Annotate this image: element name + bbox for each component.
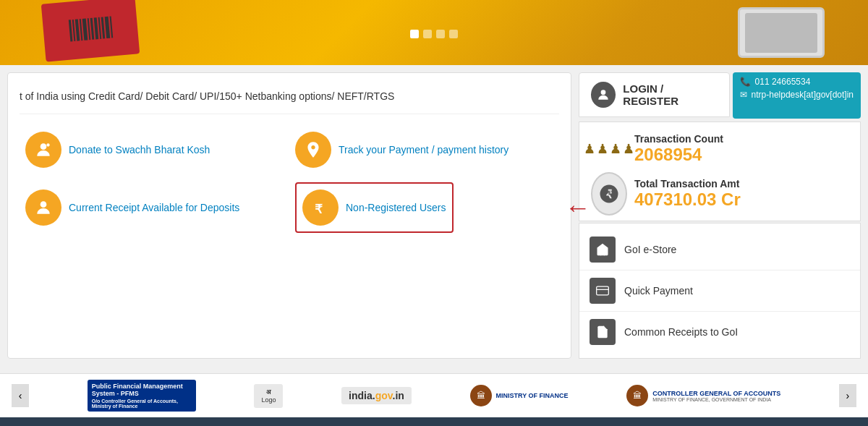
banner (0, 0, 868, 65)
login-left: LOGIN / REGISTER (591, 82, 718, 108)
pfms-logo: Public Financial Management System - PFM… (88, 380, 196, 412)
person-icon-2: ♟ (597, 141, 608, 157)
transaction-icon: ♟ ♟ ♟ ♟ (591, 131, 627, 167)
right-panel: LOGIN / REGISTER 📞 011 24665534 ✉ ntrp-h… (579, 72, 861, 359)
banner-ticket (43, 0, 145, 65)
quick-payment-link[interactable]: Quick Payment (579, 270, 860, 312)
donate-icon (25, 132, 61, 168)
person-icon-1: ♟ (584, 141, 595, 157)
cga-label: CONTROLLER GENERAL OF ACCOUNTS (652, 390, 780, 397)
red-arrow: ← (565, 192, 591, 223)
rupee-circle (591, 172, 627, 216)
svg-point-0 (41, 143, 47, 150)
login-row: LOGIN / REGISTER 📞 011 24665534 ✉ ntrp-h… (579, 72, 861, 119)
goi-estore-link[interactable]: GoI e-Store (579, 229, 860, 270)
svg-rect-5 (597, 286, 609, 295)
donate-label[interactable]: Donate to Swachh Bharat Kosh (69, 144, 210, 156)
track-icon (295, 132, 331, 168)
total-amt-row: Total Transaction Amt 407310.03 Cr (591, 176, 848, 212)
bottom-footer: Home About Us Contact Us Privacy Policy … (0, 417, 868, 426)
transaction-count-value: 2068954 (634, 145, 848, 165)
marquee-text: t of India using Credit Card/ Debit Card… (20, 85, 559, 114)
banner-computer (738, 7, 825, 58)
email-address: ntrp-helpdesk[at]gov[dot]in (752, 90, 854, 100)
rupee-icon-circle (591, 176, 627, 212)
next-arrow[interactable]: › (839, 384, 856, 407)
carousel-dot-4[interactable] (449, 30, 458, 38)
goi-estore-icon (590, 237, 616, 263)
email-line: ✉ ntrp-helpdesk[at]gov[dot]in (740, 90, 854, 100)
service-track[interactable]: Track your Payment / payment history (295, 132, 553, 168)
svg-point-4 (601, 90, 606, 95)
svg-point-2 (41, 201, 47, 208)
carousel-dots[interactable] (410, 30, 458, 38)
login-register-bar[interactable]: LOGIN / REGISTER (579, 72, 730, 117)
service-non-registered[interactable]: ₹ Non-Registered Users (295, 182, 454, 233)
service-receipt[interactable]: Current Receipt Available for Deposits (25, 182, 284, 233)
pfms-subtitle: O/o Controller General of Accounts, Mini… (92, 399, 192, 409)
ministry-label: MINISTRY OF FINANCE (496, 392, 569, 399)
cga-item: 🏛 CONTROLLER GENERAL OF ACCOUNTS MINISTR… (626, 385, 780, 406)
common-receipts-link[interactable]: Common Receipts to GoI (579, 312, 860, 352)
total-amt-label: Total Transaction Amt (634, 178, 848, 189)
services-grid: Donate to Swachh Bharat Kosh Track your … (20, 126, 559, 239)
cga-sub: MINISTRY OF FINANCE, GOVERNMENT OF INDIA (652, 397, 780, 402)
contact-info-box: 📞 011 24665534 ✉ ntrp-helpdesk[at]gov[do… (733, 72, 861, 119)
receipt-label[interactable]: Current Receipt Available for Deposits (69, 202, 239, 213)
service-donate[interactable]: Donate to Swachh Bharat Kosh (25, 132, 284, 168)
login-register-label: LOGIN / REGISTER (623, 82, 717, 107)
cga-icon: 🏛 (626, 385, 648, 406)
quick-payment-icon (590, 278, 616, 304)
carousel-dot-3[interactable] (436, 30, 445, 38)
pfms-title: Public Financial Management System - PFM… (92, 383, 192, 397)
common-receipts-label: Common Receipts to GoI (624, 326, 738, 338)
transaction-count-row: ♟ ♟ ♟ ♟ Transaction Count 2068954 (591, 131, 848, 167)
total-amt-value: 407310.03 Cr (634, 189, 848, 210)
ministry-finance-item: 🏛 MINISTRY OF FINANCE (470, 385, 569, 406)
common-receipts-icon (590, 319, 616, 345)
quick-payment-label: Quick Payment (624, 285, 693, 297)
quick-links-box: GoI e-Store Quick Payment Common Receipt… (579, 223, 861, 359)
transaction-count-details: Transaction Count 2068954 (634, 133, 848, 165)
track-label[interactable]: Track your Payment / payment history (339, 144, 509, 156)
phone-line: 📞 011 24665534 (740, 77, 854, 87)
non-registered-label[interactable]: Non-Registered Users (346, 202, 446, 213)
carousel-dot-2[interactable] (423, 30, 432, 38)
second-logo-item: अ Logo (254, 384, 283, 408)
stats-box: ♟ ♟ ♟ ♟ Transaction Count 2068954 (579, 122, 861, 221)
india-gov-logo: india.gov.in (341, 387, 412, 404)
phone-icon: 📞 (740, 77, 751, 87)
main-wrapper: t of India using Credit Card/ Debit Card… (0, 65, 868, 366)
user-icon (591, 82, 616, 108)
goi-estore-label: GoI e-Store (624, 244, 676, 255)
total-amt-details: Total Transaction Amt 407310.03 Cr (634, 178, 848, 210)
transaction-count-label: Transaction Count (634, 133, 848, 145)
svg-point-1 (46, 143, 49, 146)
non-registered-icon: ₹ (302, 189, 339, 226)
person-icon-3: ♟ (610, 141, 621, 157)
india-gov-item: india.gov.in (341, 387, 412, 404)
carousel-dot-1[interactable] (410, 30, 419, 38)
email-icon: ✉ (740, 90, 747, 100)
left-panel: t of India using Credit Card/ Debit Card… (7, 72, 571, 359)
footer-logos: ‹ Public Financial Management System - P… (0, 373, 868, 417)
person-icon-4: ♟ (623, 141, 634, 157)
svg-text:₹: ₹ (315, 202, 323, 216)
pfms-logo-item: Public Financial Management System - PFM… (88, 380, 196, 412)
phone-number: 011 24665534 (755, 77, 811, 87)
prev-arrow[interactable]: ‹ (12, 384, 29, 407)
second-logo: अ Logo (254, 384, 283, 408)
receipt-icon (25, 189, 61, 226)
finance-icon: 🏛 (470, 385, 492, 406)
